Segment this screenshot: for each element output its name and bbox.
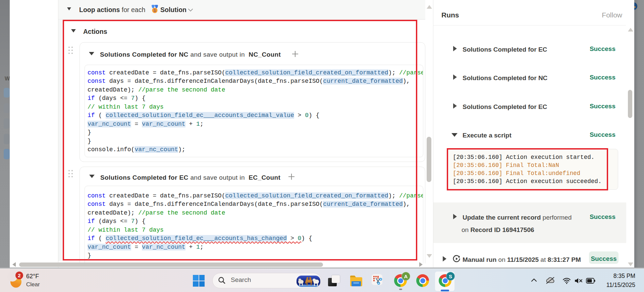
svg-text:1: 1	[154, 8, 156, 12]
